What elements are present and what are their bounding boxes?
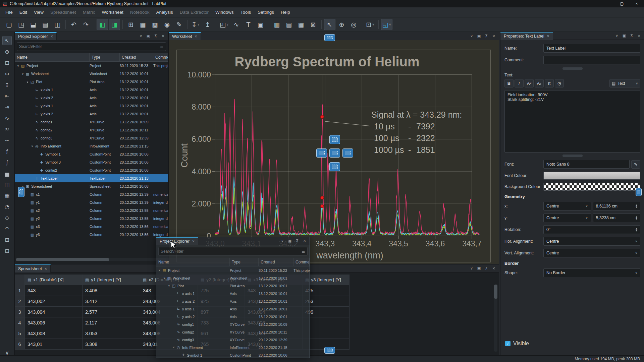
- remove-tool[interactable]: ⊟: [2, 246, 12, 255]
- spreadsheet-column-header[interactable]: ▤y1 {Integer} [Y]: [83, 275, 140, 285]
- font-colour-swatch[interactable]: [543, 172, 640, 180]
- export-button[interactable]: ↥: [202, 19, 213, 30]
- new-notebook-button[interactable]: ✎: [173, 19, 185, 30]
- menu-settings[interactable]: Settings: [254, 8, 277, 16]
- cell[interactable]: 343,008: [25, 328, 83, 339]
- curve-config1[interactable]: [215, 99, 479, 235]
- vert-alignment-select[interactable]: Centre∨: [543, 249, 640, 257]
- tab-project-explorer[interactable]: Project Explorer ×: [15, 32, 57, 40]
- name-field[interactable]: Text Label: [543, 44, 640, 53]
- symbols-button[interactable]: π: [545, 79, 554, 87]
- dock-close-icon[interactable]: ×: [160, 33, 166, 39]
- add-arc-tool[interactable]: ◠: [2, 224, 12, 233]
- column-header-created[interactable]: Created: [259, 258, 293, 266]
- add-scatter-tool[interactable]: ◇: [2, 213, 12, 222]
- expander-icon[interactable]: ∨: [162, 277, 166, 280]
- new-datapicker-button[interactable]: ◉: [161, 19, 173, 30]
- bold-button[interactable]: B: [504, 79, 514, 87]
- tree-row-config3[interactable]: ∿config3XYCurve20.12.2020 12:39: [15, 134, 168, 142]
- tree-row-spreadsheet[interactable]: ∨⊞SpreadsheetSpreadsheet13.12.2020 10:08: [15, 182, 168, 190]
- tree-row-y-axis-2[interactable]: ∟y axis 2Axis13.12.2020 10:01: [15, 110, 168, 118]
- add-text-label-button[interactable]: T: [243, 19, 254, 30]
- rotation-spinbox[interactable]: 0° ▲▼: [543, 225, 640, 234]
- tab-worksheet[interactable]: Worksheet ×: [169, 32, 201, 40]
- splitter-grip[interactable]: [562, 67, 583, 70]
- row-number[interactable]: 6: [15, 339, 25, 350]
- cell[interactable]: 3.408: [83, 285, 140, 296]
- filter-icon[interactable]: ≡: [160, 44, 164, 49]
- row-number[interactable]: 3: [15, 307, 25, 317]
- tree-row-config1[interactable]: ∿config1XYCurve13.12.2020 10:09: [156, 320, 310, 328]
- menu-tools[interactable]: Tools: [237, 8, 255, 16]
- tab-close-icon[interactable]: ×: [192, 239, 195, 244]
- add-fit-tool[interactable]: ƒ: [2, 146, 12, 156]
- tree-row-config2[interactable]: ✚config2CustomPoint28.12.2020 10:06: [15, 166, 168, 174]
- maximize-button[interactable]: ▢: [614, 0, 629, 7]
- minimize-button[interactable]: –: [600, 0, 614, 7]
- dock-float-icon[interactable]: ▣: [476, 33, 482, 39]
- dock-menu-icon[interactable]: ∨: [614, 33, 620, 39]
- superscript-button[interactable]: A²: [525, 79, 534, 87]
- dragged-project-explorer-window[interactable]: Project Explorer × ∨▣⊼× ≡ NameTypeCreate…: [156, 237, 310, 358]
- tree-row-text-label[interactable]: TText LabelTextLabel20.12.2020 21:13: [15, 174, 168, 182]
- column-header-comment[interactable]: Comment: [153, 53, 168, 61]
- toggle-properties-explorer-button[interactable]: ◨: [109, 19, 120, 30]
- new-workbook-button[interactable]: ⊞: [125, 19, 137, 30]
- new-plot-area-button[interactable]: ◰∨: [218, 19, 230, 30]
- add-boxplot-tool[interactable]: ◫: [2, 180, 12, 189]
- add-grid-tool[interactable]: ⊞: [2, 235, 12, 244]
- add-histogram-tool[interactable]: ▅: [2, 169, 12, 178]
- new-spreadsheet-button[interactable]: ▦: [137, 19, 149, 30]
- tree-row-symbol-1[interactable]: ✚Symbol 1CustomPoint28.12.2020 10:06: [156, 351, 310, 358]
- font-edit-button[interactable]: ✎: [631, 160, 640, 169]
- column-header-name[interactable]: Name: [15, 53, 90, 61]
- break-layout-button[interactable]: ⊠: [308, 19, 319, 30]
- cell[interactable]: 343,01: [25, 339, 83, 350]
- dock-pin-icon[interactable]: ⊼: [629, 33, 635, 39]
- add-interpolation-tool[interactable]: ≈: [2, 124, 12, 134]
- new-matrix-button[interactable]: ▩: [149, 19, 161, 30]
- grid-layout-button[interactable]: ▦: [296, 19, 307, 30]
- ghost-search-input[interactable]: [161, 249, 302, 254]
- import-data-button[interactable]: ↧∨: [190, 19, 201, 30]
- ghost-tab-project-explorer[interactable]: Project Explorer ×: [156, 237, 198, 245]
- print-preview-button[interactable]: ◫: [52, 19, 63, 30]
- y-position-spinbox[interactable]: 5,3238 cm ▲▼: [593, 214, 641, 222]
- dock-menu-icon[interactable]: ∨: [138, 33, 144, 39]
- x-position-spinbox[interactable]: 8,61136 cm ▲▼: [593, 202, 641, 210]
- dock-close-icon[interactable]: ×: [636, 33, 642, 39]
- tree-row-worksheet[interactable]: ∨▦WorksheetWorksheet13.12.2020 10:01: [156, 274, 310, 282]
- horizontal-layout-button[interactable]: ▤: [283, 19, 295, 30]
- undo-button[interactable]: ↶: [68, 19, 79, 30]
- dock-pin-icon[interactable]: ⊼: [153, 33, 159, 39]
- expander-icon[interactable]: ∨: [30, 145, 34, 148]
- dock-pin-icon[interactable]: ⊼: [483, 33, 489, 39]
- info-element-marker[interactable]: [321, 196, 324, 199]
- menu-analysis[interactable]: Analysis: [153, 8, 176, 16]
- vertical-layout-button[interactable]: ▥: [271, 19, 283, 30]
- tree-row-y-axis-1[interactable]: ∟y axis 1Axis13.12.2020 10:01: [156, 305, 310, 313]
- new-project-button[interactable]: ▢: [3, 19, 15, 30]
- search-input[interactable]: [19, 44, 160, 49]
- expander-icon[interactable]: ∨: [21, 72, 25, 75]
- menu-help[interactable]: Help: [277, 8, 293, 16]
- cell[interactable]: 343,004: [25, 307, 83, 317]
- zoom-x-tool[interactable]: ↔: [2, 69, 12, 78]
- dropdown-arrow-icon[interactable]: ∨: [198, 23, 200, 26]
- cell[interactable]: 3.053: [83, 328, 140, 339]
- dock-float-icon[interactable]: ▣: [145, 33, 151, 39]
- filter-icon[interactable]: ≡: [302, 249, 305, 254]
- expander-icon[interactable]: ∨: [172, 346, 176, 349]
- dock-close-icon[interactable]: ×: [302, 238, 308, 244]
- tree-row-x1[interactable]: ▥x1Column20.12.2020 12:39numerical: [15, 190, 168, 198]
- tree-row-project[interactable]: ∨▤ProjectProject30.11.2020 15:23This pro…: [15, 62, 168, 70]
- add-integration-tool[interactable]: ∫: [2, 158, 12, 167]
- tree-row-config1[interactable]: ∿config1XYCurve13.12.2020 10:09: [15, 118, 168, 126]
- add-xy-curve-button[interactable]: ∿: [231, 19, 242, 30]
- open-project-button[interactable]: ◳: [15, 19, 27, 30]
- expander-icon[interactable]: ∨: [158, 269, 162, 272]
- cell[interactable]: 343,002: [25, 296, 83, 307]
- cell[interactable]: 3.412: [83, 296, 140, 307]
- tree-row-y-axis-2[interactable]: ∟y axis 2Axis13.12.2020 10:01: [156, 313, 310, 320]
- tab-properties-text-label[interactable]: Properties: Text Label ×: [500, 32, 553, 40]
